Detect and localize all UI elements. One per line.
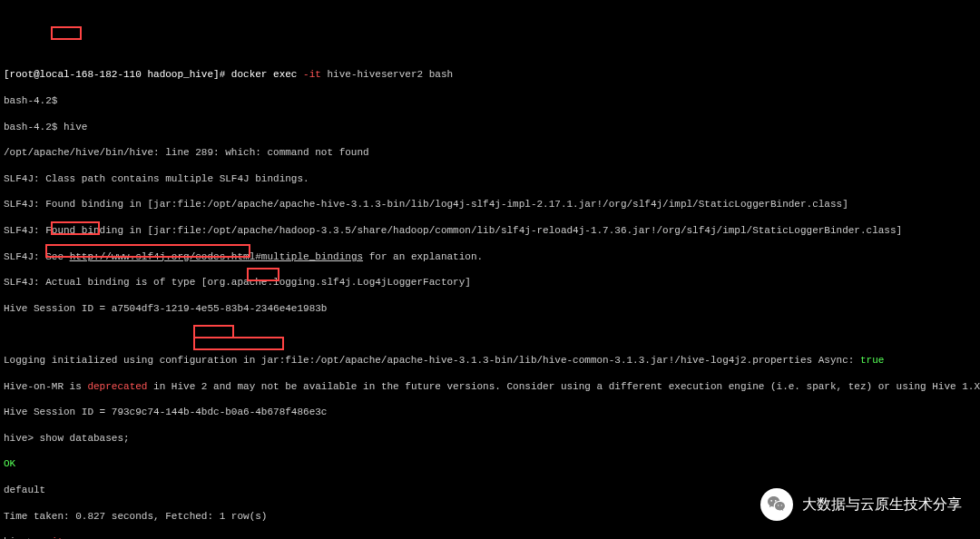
output-line: Hive Session ID = a7504df3-1219-4e55-83b… [4, 302, 976, 315]
hive-prompt: hive> show databases; [4, 432, 976, 445]
output-line: SLF4J: Actual binding is of type [org.ap… [4, 276, 976, 289]
watermark-text: 大数据与云原生技术分享 [802, 495, 962, 514]
wechat-icon [760, 488, 793, 521]
highlight-hive [51, 26, 82, 40]
output-line: SLF4J: Class path contains multiple SLF4… [4, 172, 976, 185]
output-line: Hive-on-MR is deprecated in Hive 2 and m… [4, 380, 976, 393]
output-line: SLF4J: Found binding in [jar:file:/opt/a… [4, 224, 976, 237]
output-line: Logging initialized using configuration … [4, 354, 976, 367]
prompt-line: bash-4.2$ hive [4, 121, 976, 133]
prompt-line: bash-4.2$ [4, 94, 976, 107]
watermark: 大数据与云原生技术分享 [760, 488, 962, 521]
hive-prompt: hive> exit [4, 535, 976, 539]
output-line: SLF4J: See http://www.slf4j.org/codes.ht… [4, 250, 976, 263]
output-line: OK [4, 457, 976, 470]
prompt-line: [root@local-168-182-110 hadoop_hive]# do… [4, 68, 976, 81]
terminal-output: [root@local-168-182-110 hadoop_hive]# do… [4, 55, 976, 539]
output-line: Hive Session ID = 793c9c74-144b-4bdc-b0a… [4, 406, 976, 418]
output-line: SLF4J: Found binding in [jar:file:/opt/a… [4, 198, 976, 211]
output-line: /opt/apache/hive/bin/hive: line 289: whi… [4, 146, 976, 159]
